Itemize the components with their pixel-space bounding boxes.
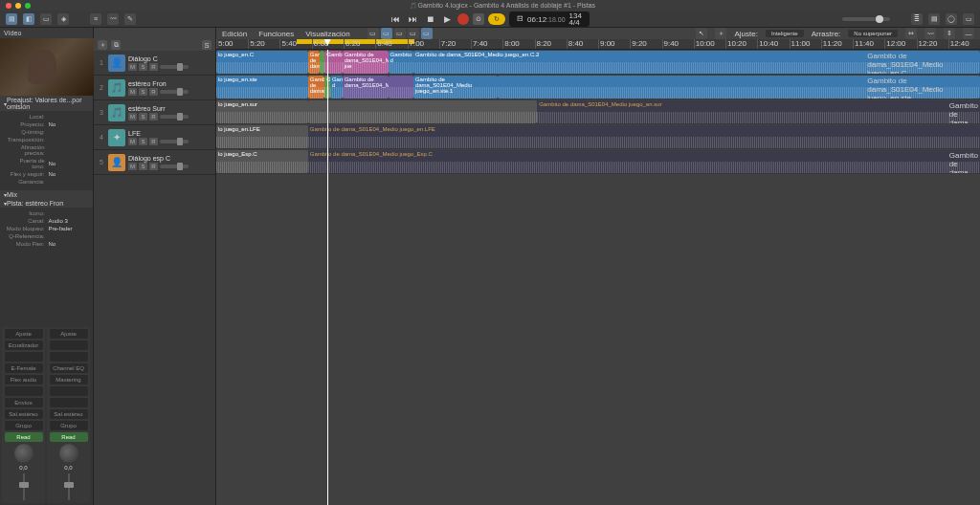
mix-header[interactable]: Mix xyxy=(0,190,93,199)
audio-region[interactable]: Gambito de dama_S01E04_Medio juego_en.st… xyxy=(865,76,980,99)
solo-button[interactable]: S xyxy=(139,138,147,145)
track-volume-slider[interactable] xyxy=(160,90,189,94)
track-icon[interactable]: 🎵 xyxy=(108,104,125,121)
toolbar-button[interactable]: ▭ xyxy=(40,13,52,25)
audio-region[interactable]: Gambito de dama xyxy=(949,100,980,123)
track-lane[interactable]: lo juego_en.LFE Gambito de dama_S01E04_M… xyxy=(216,124,980,149)
audio-region[interactable]: lo juego_en.C xyxy=(216,51,308,74)
forward-button[interactable]: ⏭ xyxy=(406,12,419,26)
audio-region[interactable]: lo juego_Esp.C xyxy=(216,150,308,173)
track-icon[interactable]: 🎵 xyxy=(108,79,125,97)
master-volume-slider[interactable] xyxy=(842,17,890,21)
mute-button[interactable]: M xyxy=(128,88,137,96)
row-value[interactable]: No xyxy=(49,161,88,166)
strip-automation[interactable]: Read xyxy=(5,432,43,442)
zoom-h-slider[interactable]: — xyxy=(963,28,974,39)
strip-slot[interactable]: Mastering xyxy=(50,375,88,384)
tracks-area[interactable]: lo juego_en.CGambito de damaGambitGambit… xyxy=(216,50,980,505)
marquee-tool-icon[interactable]: ＋ xyxy=(715,28,726,39)
pointer-tool-icon[interactable]: ↖ xyxy=(696,28,707,39)
record-enable-button[interactable]: R xyxy=(149,138,158,145)
strip-slot[interactable]: Channel EQ xyxy=(50,363,88,373)
duplicate-track-button[interactable]: ⧉ xyxy=(111,40,121,50)
close-icon[interactable] xyxy=(6,3,11,9)
strip-slot[interactable] xyxy=(50,386,88,396)
add-track-button[interactable]: ＋ xyxy=(98,40,107,50)
mute-button[interactable]: M xyxy=(128,63,137,71)
strip-slot[interactable] xyxy=(5,352,43,362)
strip-slot[interactable] xyxy=(50,340,88,350)
mixer-button[interactable]: ≡ xyxy=(90,13,101,25)
view-button-1[interactable]: ▭ xyxy=(368,28,379,39)
track-lane[interactable]: lo juego_en.CGambito de damaGambitGambit… xyxy=(216,50,980,75)
notes-button[interactable]: ▤ xyxy=(928,13,940,25)
strip-setting[interactable]: Ajuste xyxy=(50,329,88,339)
library-button[interactable]: ▤ xyxy=(6,13,17,25)
record-enable-button[interactable]: R xyxy=(149,88,158,96)
audio-region[interactable]: Gambito de dama xyxy=(949,150,980,173)
audio-region[interactable]: lo juego_en.LFE xyxy=(216,125,308,148)
strip-group[interactable]: Grupo xyxy=(5,421,43,430)
zoom-v-button[interactable]: ⇕ xyxy=(944,28,955,39)
track-inspector-header[interactable]: Pista: estéreo Fron xyxy=(0,199,93,208)
playhead[interactable] xyxy=(327,50,328,505)
menu-funciones[interactable]: Funciones xyxy=(258,30,294,38)
strip-slot[interactable] xyxy=(50,352,88,362)
fader[interactable] xyxy=(4,472,43,501)
audio-region[interactable]: Gambito de dama_S01E04_Medio xyxy=(343,76,389,99)
row-value[interactable]: Audio 3 xyxy=(49,218,88,224)
lcd-display[interactable]: ⊟ 06:12:18.00 1344/4 xyxy=(509,11,590,27)
audio-region[interactable]: Gambito de dama_S01E04_Medio juego_en.LF… xyxy=(308,125,980,148)
smart-controls-button[interactable]: ◈ xyxy=(57,13,69,25)
track-volume-slider[interactable] xyxy=(160,115,189,119)
track-header[interactable]: 1 👤 Diálogo C M S R xyxy=(94,51,215,76)
fader[interactable] xyxy=(49,472,88,501)
track-icon[interactable]: 👤 xyxy=(108,154,125,171)
audio-region[interactable]: Gambito de dama_S01E04_Medio juego_Esp.C xyxy=(308,150,980,173)
cycle-button[interactable]: ↻ xyxy=(488,13,505,25)
strip-slot[interactable]: Envíos xyxy=(5,398,43,407)
strip-setting[interactable]: Ajuste xyxy=(5,329,43,339)
strip-slot[interactable] xyxy=(50,398,88,407)
audio-region[interactable]: Gambito de dama_S01E04_Medio jue xyxy=(343,51,389,74)
strip-automation[interactable]: Read xyxy=(50,432,88,442)
video-thumbnail[interactable] xyxy=(0,38,94,96)
audio-region[interactable]: lo juego_en.ste xyxy=(216,76,308,99)
browser-button[interactable]: ▭ xyxy=(963,13,974,25)
mute-button[interactable]: M xyxy=(128,163,137,170)
snap-value[interactable]: Inteligente xyxy=(766,30,804,37)
track-volume-slider[interactable] xyxy=(160,165,189,168)
strip-slot[interactable]: Flex audio xyxy=(5,375,43,384)
mute-button[interactable]: M xyxy=(128,113,137,121)
list-editors-button[interactable]: ≣ xyxy=(911,13,923,25)
view-button-4[interactable]: ▭ xyxy=(408,28,419,39)
drag-value[interactable]: No superponer xyxy=(848,30,898,37)
waveform-zoom-icon[interactable]: 〰 xyxy=(924,28,936,39)
audio-region[interactable]: Gambito de dama xyxy=(308,76,325,99)
strip-slot[interactable]: Ecualizador xyxy=(5,340,43,350)
track-icon[interactable]: ✦ xyxy=(108,129,125,146)
pan-knob[interactable] xyxy=(14,444,33,463)
audio-region[interactable]: Gambito d xyxy=(389,51,413,74)
global-solo-button[interactable]: S xyxy=(202,40,212,50)
strip-slot[interactable]: Sal.estéreo xyxy=(5,409,43,419)
audio-region[interactable]: Gambito de dama xyxy=(308,51,320,74)
track-header[interactable]: 5 👤 Diálogo esp C M S R xyxy=(94,150,215,175)
count-in-button[interactable]: ⊙ xyxy=(473,13,484,25)
scissor-icon[interactable]: ✎ xyxy=(124,13,136,25)
solo-button[interactable]: S xyxy=(139,88,147,96)
audio-region[interactable] xyxy=(308,100,537,123)
mute-button[interactable]: M xyxy=(128,138,137,145)
stop-button[interactable]: ⏹ xyxy=(423,12,436,26)
audio-region[interactable]: Gambito de dama_S01E04_Medio juego_en.su… xyxy=(537,100,980,123)
view-button-2[interactable]: ▭ xyxy=(381,28,392,39)
record-enable-button[interactable]: R xyxy=(149,113,158,121)
record-enable-button[interactable]: R xyxy=(149,63,158,71)
solo-button[interactable]: S xyxy=(139,113,147,121)
row-value[interactable]: No xyxy=(49,171,88,177)
inspector-button[interactable]: ◧ xyxy=(23,13,34,25)
audio-region[interactable]: lo juego_en.sur xyxy=(216,100,308,123)
strip-slot[interactable]: E-Female xyxy=(5,363,43,373)
minimize-icon[interactable] xyxy=(15,3,21,9)
view-button-3[interactable]: ▭ xyxy=(394,28,406,39)
